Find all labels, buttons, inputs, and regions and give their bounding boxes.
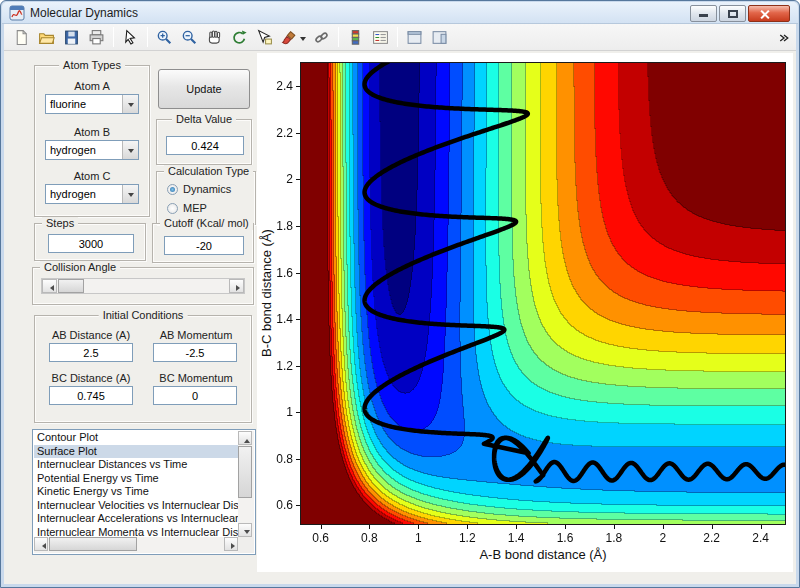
x-tick-mark bbox=[663, 525, 664, 529]
insert-colorbar-button[interactable] bbox=[344, 26, 367, 49]
new-document-icon bbox=[13, 29, 30, 46]
pan-button[interactable] bbox=[203, 26, 226, 49]
scroll-down-button[interactable] bbox=[238, 523, 252, 537]
save-figure-button[interactable] bbox=[60, 26, 83, 49]
rotate-3d-button[interactable] bbox=[228, 26, 251, 49]
toolbar-overflow-chevron-icon[interactable] bbox=[778, 32, 790, 44]
bc-distance-field[interactable] bbox=[49, 386, 133, 405]
ab-momentum-field[interactable] bbox=[153, 343, 237, 362]
zoom-out-button[interactable] bbox=[178, 26, 201, 49]
list-item[interactable]: Contour Plot bbox=[34, 431, 238, 445]
atom-b-value: hydrogen bbox=[50, 144, 96, 156]
slider-right-arrow[interactable] bbox=[229, 279, 244, 293]
steps-panel: Steps bbox=[34, 223, 146, 261]
scroll-up-button[interactable] bbox=[238, 431, 252, 445]
list-item[interactable]: Internuclear Distances vs Time bbox=[34, 458, 238, 472]
open-file-button[interactable] bbox=[35, 26, 58, 49]
ab-momentum-label: AB Momentum bbox=[145, 329, 247, 341]
bc-momentum-label: BC Momentum bbox=[145, 372, 247, 384]
link-plot-button[interactable] bbox=[310, 26, 333, 49]
print-figure-button[interactable] bbox=[85, 26, 108, 49]
x-tick-label: 1.8 bbox=[594, 531, 634, 545]
steps-title: Steps bbox=[42, 217, 78, 230]
atom-b-dropdown[interactable]: hydrogen bbox=[45, 140, 139, 160]
minimize-icon bbox=[699, 14, 708, 17]
data-cursor-button[interactable] bbox=[253, 26, 276, 49]
list-item[interactable]: Internuclear Accelerations vs Internucle… bbox=[34, 512, 238, 526]
list-item[interactable]: Surface Plot bbox=[34, 445, 238, 459]
title-bar[interactable]: Molecular Dynamics bbox=[2, 2, 798, 24]
listbox-horizontal-scrollbar[interactable] bbox=[34, 537, 238, 553]
close-button[interactable] bbox=[748, 5, 790, 22]
radio-label: Dynamics bbox=[183, 183, 231, 195]
figure-canvas-area: Atom Types Atom A fluorine Atom B hydrog… bbox=[4, 51, 796, 584]
y-tick-mark bbox=[296, 273, 300, 274]
dropdown-button[interactable] bbox=[122, 141, 138, 159]
y-tick-mark bbox=[296, 319, 300, 320]
y-tick-mark bbox=[296, 459, 300, 460]
insert-legend-button[interactable] bbox=[369, 26, 392, 49]
atom-types-title: Atom Types bbox=[59, 59, 125, 72]
contour-plot-canvas[interactable] bbox=[301, 63, 785, 524]
minimize-button[interactable] bbox=[690, 5, 717, 22]
scroll-left-button[interactable] bbox=[34, 537, 48, 551]
zoom-in-icon bbox=[156, 29, 173, 46]
new-figure-button[interactable] bbox=[10, 26, 33, 49]
y-tick-label: 1 bbox=[257, 405, 293, 419]
brush-data-button[interactable] bbox=[278, 26, 301, 49]
radio-icon[interactable] bbox=[167, 203, 178, 214]
plot-type-listbox[interactable]: Contour Plot Surface Plot Internuclear D… bbox=[32, 429, 256, 555]
list-item[interactable]: Potential Energy vs Time bbox=[34, 472, 238, 486]
slider-thumb[interactable] bbox=[58, 279, 84, 293]
show-plot-tools-button[interactable] bbox=[428, 26, 451, 49]
pan-hand-icon bbox=[206, 29, 223, 46]
rotate-3d-icon bbox=[231, 29, 248, 46]
atom-a-label: Atom A bbox=[35, 80, 149, 92]
hide-plot-tools-button[interactable] bbox=[403, 26, 426, 49]
slider-left-arrow[interactable] bbox=[42, 279, 57, 293]
listbox-rows: Contour Plot Surface Plot Internuclear D… bbox=[34, 431, 238, 537]
edit-plot-button[interactable] bbox=[119, 26, 142, 49]
y-tick-mark bbox=[296, 226, 300, 227]
delta-value-panel: Delta Value bbox=[156, 119, 252, 165]
link-chain-icon bbox=[313, 29, 330, 46]
list-item[interactable]: Internuclear Velocities vs Internuclear … bbox=[34, 499, 238, 513]
collision-angle-slider[interactable] bbox=[41, 278, 245, 294]
horizontal-scroll-thumb[interactable] bbox=[49, 537, 137, 551]
chevron-down-icon bbox=[128, 193, 134, 200]
list-item[interactable]: Internuclear Momenta vs Internuclear Dis… bbox=[34, 526, 238, 538]
dropdown-button[interactable] bbox=[122, 95, 138, 113]
dropdown-button[interactable] bbox=[122, 185, 138, 203]
x-tick-label: 1 bbox=[398, 531, 438, 545]
vertical-scroll-thumb[interactable] bbox=[238, 446, 252, 498]
brush-dropdown-caret-icon[interactable] bbox=[300, 37, 306, 44]
list-item[interactable]: Kinetic Energy vs Time bbox=[34, 485, 238, 499]
update-button[interactable]: Update bbox=[158, 69, 250, 109]
hide-plot-tools-icon bbox=[406, 29, 423, 46]
radio-option-mep[interactable]: MEP bbox=[167, 202, 207, 214]
radio-icon[interactable] bbox=[167, 184, 178, 195]
atom-a-dropdown[interactable]: fluorine bbox=[45, 94, 139, 114]
x-tick-label: 2.2 bbox=[692, 531, 732, 545]
scroll-right-button[interactable] bbox=[224, 537, 238, 551]
ab-distance-field[interactable] bbox=[49, 343, 133, 362]
cutoff-field[interactable] bbox=[164, 236, 244, 255]
x-tick-label: 0.8 bbox=[349, 531, 389, 545]
ab-distance-label: AB Distance (A) bbox=[41, 329, 141, 341]
delta-value-field[interactable] bbox=[166, 136, 244, 155]
listbox-vertical-scrollbar[interactable] bbox=[238, 431, 254, 537]
arrow-right-icon bbox=[236, 285, 243, 291]
toolbar-separator bbox=[397, 27, 398, 47]
y-tick-label: 2.2 bbox=[257, 126, 293, 140]
radio-option-dynamics[interactable]: Dynamics bbox=[167, 183, 231, 195]
colorbar-icon bbox=[347, 29, 364, 46]
steps-field[interactable] bbox=[48, 234, 134, 253]
maximize-button[interactable] bbox=[719, 5, 746, 22]
zoom-in-button[interactable] bbox=[153, 26, 176, 49]
radio-label: MEP bbox=[183, 202, 207, 214]
x-tick-mark bbox=[712, 525, 713, 529]
bc-momentum-field[interactable] bbox=[153, 386, 237, 405]
window-title: Molecular Dynamics bbox=[30, 6, 138, 20]
atom-types-panel: Atom Types Atom A fluorine Atom B hydrog… bbox=[34, 65, 150, 217]
atom-c-dropdown[interactable]: hydrogen bbox=[45, 184, 139, 204]
